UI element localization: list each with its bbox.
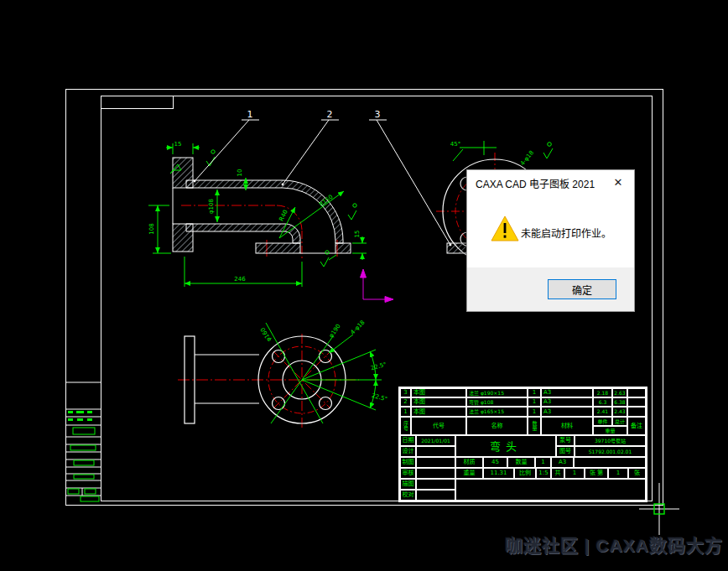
- dialog-title: CAXA CAD 电子图板 2021: [476, 176, 595, 190]
- dim-height: 108: [148, 223, 155, 234]
- bom-name: 法兰 φ190×15: [466, 388, 528, 397]
- tb-date-value: 2021/01/01: [416, 435, 455, 446]
- tb-draft-label: 制图: [400, 457, 416, 468]
- tb-sheet-no: 1: [608, 468, 628, 479]
- revision-strip-text-marks: [68, 411, 92, 421]
- tb-qty-label: 数量: [507, 457, 535, 468]
- tb-proof-label: 校对: [400, 490, 416, 501]
- bom-header-code: 代号: [411, 417, 466, 435]
- tb-total-sheets: 1: [564, 468, 585, 479]
- caxa-cad-workspace: 45° 4-φ18: [0, 0, 728, 571]
- bom-qty: 1: [528, 407, 541, 417]
- dim-aux-angle: 45°: [450, 141, 460, 148]
- bom-unit-weight: 6.3: [593, 397, 612, 407]
- part-name: 弯头: [455, 435, 556, 457]
- tb-material-value: 45: [483, 457, 507, 468]
- bom-total-weight: 2.63: [612, 388, 627, 397]
- tb-dwg-no: S1792.001.02.01: [575, 446, 646, 457]
- dim-length: 246: [234, 276, 246, 283]
- bom-seq: 1: [400, 407, 411, 417]
- watermark: 咖迷社区 | CAXA数码大方: [505, 532, 723, 557]
- tb-qty-value: 1: [535, 457, 551, 468]
- tb-check-label: 审核: [400, 468, 416, 479]
- bom-code: 本图: [411, 397, 466, 407]
- dim-aux-holes: 4-φ18: [519, 149, 535, 167]
- dim-flange-od: φ190: [328, 323, 342, 339]
- dim-angle1: 22.5°: [370, 361, 387, 372]
- bom-qty: 1: [528, 388, 541, 397]
- tb-date-label: 日期: [400, 435, 416, 446]
- dim-bore: φ108: [208, 199, 215, 214]
- bom-seq: 2: [400, 397, 411, 407]
- tb-trace-value: [416, 479, 455, 490]
- bom-seq: 3: [400, 388, 411, 397]
- tb-check-value: [416, 468, 455, 479]
- tb-design-value: [416, 446, 455, 457]
- balloon-1: 1: [247, 109, 253, 120]
- bom-remark: [627, 397, 646, 407]
- tb-dwg-label: 图号: [556, 446, 575, 457]
- bom-total-weight: 6.38: [612, 397, 627, 407]
- tb-material-label: 材质: [455, 457, 483, 468]
- bom-remark: [627, 407, 646, 417]
- dim-flange-thk: 15: [174, 141, 182, 148]
- bom-qty: 1: [528, 397, 541, 407]
- tb-scale-value: 1:5: [536, 468, 551, 479]
- tb-pump-label: 泵号: [556, 435, 575, 446]
- elbow-section-view: 15 φ108 10 108 246 R150 R40 15: [148, 141, 367, 287]
- bom-header-material: 材料: [541, 417, 593, 435]
- bom-code: 本图: [411, 407, 466, 417]
- tb-pump-no: 39710号泵站: [575, 435, 646, 446]
- bom-remark: [627, 388, 646, 397]
- bom-header-remark: 备注: [627, 417, 646, 435]
- bom-header-weight: 重量: [593, 426, 627, 435]
- dim-angle2: 22.5°: [371, 392, 388, 403]
- tb-sheet-size: A3: [551, 457, 574, 468]
- dim-inner-r: R40: [278, 209, 289, 222]
- tb-design-label: 设计: [400, 446, 416, 457]
- dialog-footer: 确定: [467, 267, 634, 311]
- bom-unit-weight: 2.41: [593, 407, 612, 417]
- dim-bolt-circle: φ160: [259, 326, 273, 343]
- tb-weight-value: 11.31: [483, 468, 514, 479]
- bom-unit-weight: 2.18: [593, 388, 612, 397]
- bom-name: 法兰 φ165×15: [466, 407, 528, 417]
- ucs-axes-icon: [361, 269, 394, 303]
- tb-trace-label: 描图: [400, 479, 416, 490]
- bom-total-weight: 2.43: [612, 407, 627, 417]
- dialog-message: 未能启动打印作业。: [521, 226, 611, 240]
- bom-name: 弯管 φ108: [466, 397, 528, 407]
- dialog-body: 未能启动打印作业。: [467, 195, 634, 267]
- dim-wall: 10: [237, 169, 243, 177]
- dialog-titlebar[interactable]: CAXA CAD 电子图板 2021: [467, 170, 634, 195]
- dim-holes: 4-φ18: [350, 319, 367, 336]
- bom-header-unit: 单件: [593, 417, 612, 426]
- tb-sheet-label: 张 第: [585, 468, 608, 479]
- bom-header-qty: 数量: [528, 417, 541, 435]
- warning-icon: [491, 215, 519, 241]
- signature-placeholders: [68, 428, 99, 501]
- ok-button[interactable]: 确定: [548, 279, 616, 299]
- tb-proof-value: [416, 490, 455, 501]
- dim-flange-thk2: 15: [354, 231, 361, 238]
- flange-front-view: φ160 φ190 4-φ18 22.5° 22.5°: [178, 319, 388, 429]
- tb-weight-label: 重量: [455, 468, 483, 479]
- tb-sheet-label2: 张: [628, 468, 646, 479]
- tb-total-label: 共: [551, 468, 564, 479]
- close-icon[interactable]: ✕: [611, 176, 625, 189]
- bom-code: 本图: [411, 388, 466, 397]
- tb-scale-label: 比例: [514, 468, 536, 479]
- tb-empty: [574, 457, 646, 468]
- print-error-dialog: CAXA CAD 电子图板 2021 ✕ 未能启动打印作业。 确定: [466, 169, 635, 312]
- tb-draft-value: [416, 457, 455, 468]
- bom-material: A3: [541, 388, 593, 397]
- bom-header-seq: 序号: [400, 417, 411, 435]
- bom-header-total: 总计: [612, 417, 627, 426]
- balloon-3: 3: [375, 109, 381, 120]
- tb-company-cell: [455, 479, 646, 501]
- bom-material: A3: [541, 407, 593, 417]
- title-block: 3 本图 法兰 φ190×15 1 A3 2.18 2.63 2 本图 弯管 φ…: [400, 388, 646, 501]
- bom-material: A3: [541, 397, 593, 407]
- bom-header-name: 名称: [466, 417, 528, 435]
- balloon-2: 2: [327, 109, 333, 120]
